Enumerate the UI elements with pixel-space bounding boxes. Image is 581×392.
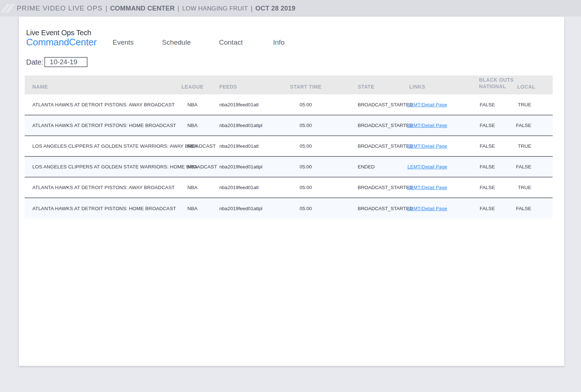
date-filter: Date: [26,57,564,67]
events-table: NAME LEAGUE FEEDS START TIME STATE LINKS… [25,75,553,219]
lemt-detail-link[interactable]: LEMT/Detail Page [407,164,447,170]
state-cell: BROADCAST_STARTED [350,136,407,156]
table-row: ATLANTA HAWKS AT DETROIT PISTONS: HOME B… [25,198,553,219]
separator: | [251,5,253,12]
nav-item-contact[interactable]: Contact [219,38,243,46]
start-time-cell: 05:00 [285,136,350,156]
feeds-cell: nba2019feed01atlpl [211,156,285,177]
national-blackout-cell: FALSE [472,94,512,115]
table-row: ATLANTA HAWKS AT DETROIT PISTONS: HOME B… [25,115,553,136]
links-cell: LEMT/Detail Page [407,156,472,177]
feeds-cell: nba2019feed01atl [211,94,285,115]
lemt-detail-link[interactable]: LEMT/Detail Page [407,143,447,149]
date-label: Date: [26,58,44,66]
event-name-cell: ATLANTA HAWKS AT DETROIT PISTONS: HOME B… [25,115,174,136]
column-header-league: LEAGUE [174,75,211,94]
lemt-detail-link[interactable]: LEMT/Detail Page [407,206,447,211]
league-cell: NBA [174,94,211,115]
feeds-cell: nba2019feed01atl [211,136,285,156]
links-cell: LEMT/Detail Page [407,94,472,115]
column-header-name: NAME [25,75,174,94]
blackouts-header-line2: NATIONAL [479,83,512,90]
national-blackout-cell: FALSE [472,136,512,156]
state-cell: BROADCAST_STARTED [350,94,407,115]
nav-item-schedule[interactable]: Schedule [162,38,191,46]
nav-item-events[interactable]: Events [113,38,134,46]
card-header: Live Event Ops Tech CommandCenter Events… [19,17,564,50]
start-time-cell: 05:00 [285,198,350,219]
table-header-row: NAME LEAGUE FEEDS START TIME STATE LINKS… [25,75,553,94]
nav-item-info[interactable]: Info [273,38,285,46]
state-cell: BROADCAST_STARTED [350,115,407,136]
event-name-cell: ATLANTA HAWKS AT DETROIT PISTONS: HOME B… [25,198,174,219]
table-row: ATLANTA HAWKS AT DETROIT PISTONS: AWAY B… [25,177,553,198]
topbar-subsection: LOW HANGING FRUIT [182,5,248,12]
local-blackout-cell: TRUE [512,136,553,156]
links-cell: LEMT/Detail Page [407,177,472,198]
local-blackout-cell: FALSE [512,115,553,136]
national-blackout-cell: FALSE [472,156,512,177]
blackouts-header-line1: BLACK OUTS [479,77,512,83]
events-table-body: ATLANTA HAWKS AT DETROIT PISTONS: AWAY B… [25,94,553,219]
links-cell: LEMT/Detail Page [407,198,472,219]
national-blackout-cell: FALSE [472,115,512,136]
start-time-cell: 05:00 [285,94,350,115]
national-blackout-cell: FALSE [472,177,512,198]
column-header-links: LINKS [407,75,472,94]
main-card: Live Event Ops Tech CommandCenter Events… [19,17,564,366]
state-cell: BROADCAST_STARTED [350,198,407,219]
links-cell: LEMT/Detail Page [407,115,472,136]
start-time-cell: 05:00 [285,156,350,177]
column-header-local: LOCAL [512,75,553,94]
feeds-cell: nba2019feed01atlpl [211,198,285,219]
event-name-cell: LOS ANGELES CLIPPERS AT GOLDEN STATE WAR… [25,136,174,156]
local-blackout-cell: TRUE [512,177,553,198]
separator: | [105,5,107,12]
app-title-line1: Live Event Ops Tech [26,29,97,37]
links-cell: LEMT/Detail Page [407,136,472,156]
topbar-date: OCT 28 2019 [255,5,295,12]
column-header-feeds: FEEDS [211,75,285,94]
table-row: LOS ANGELES CLIPPERS AT GOLDEN STATE WAR… [25,156,553,177]
separator: | [178,5,179,12]
local-blackout-cell: TRUE [512,94,553,115]
event-name-cell: LOS ANGELES CLIPPERS AT GOLDEN STATE WAR… [25,156,174,177]
local-blackout-cell: FALSE [512,198,553,219]
state-cell: BROADCAST_STARTED [350,177,407,198]
prime-video-stripes-icon [4,4,13,13]
app-title: Live Event Ops Tech CommandCenter [26,29,97,48]
topbar: PRIME VIDEO LIVE OPS | COMMAND CENTER | … [0,0,581,16]
start-time-cell: 05:00 [285,177,350,198]
local-blackout-cell: FALSE [512,156,553,177]
event-name-cell: ATLANTA HAWKS AT DETROIT PISTONS: AWAY B… [25,94,174,115]
app-title-line2: CommandCenter [26,37,97,48]
feeds-cell: nba2019feed01atlpl [211,115,285,136]
state-cell: ENDED [350,156,407,177]
table-row: LOS ANGELES CLIPPERS AT GOLDEN STATE WAR… [25,136,553,156]
event-name-cell: ATLANTA HAWKS AT DETROIT PISTONS: AWAY B… [25,177,174,198]
lemt-detail-link[interactable]: LEMT/Detail Page [407,185,447,190]
topbar-brand: PRIME VIDEO LIVE OPS [17,4,102,12]
national-blackout-cell: FALSE [472,198,512,219]
table-row: ATLANTA HAWKS AT DETROIT PISTONS: AWAY B… [25,94,553,115]
league-cell: NBA [174,177,211,198]
feeds-cell: nba2019feed01atl [211,177,285,198]
league-cell: NBA [174,198,211,219]
date-input[interactable] [44,57,88,67]
start-time-cell: 05:00 [285,115,350,136]
topbar-section: COMMAND CENTER [110,5,175,12]
topbar-title: PRIME VIDEO LIVE OPS | COMMAND CENTER | … [17,4,296,12]
column-header-start-time: START TIME [285,75,350,94]
lemt-detail-link[interactable]: LEMT/Detail Page [407,123,447,128]
league-cell: NBA [174,115,211,136]
lemt-detail-link[interactable]: LEMT/Detail Page [407,102,447,107]
column-header-state: STATE [350,75,407,94]
column-header-blackouts-national: BLACK OUTS NATIONAL [472,75,512,94]
